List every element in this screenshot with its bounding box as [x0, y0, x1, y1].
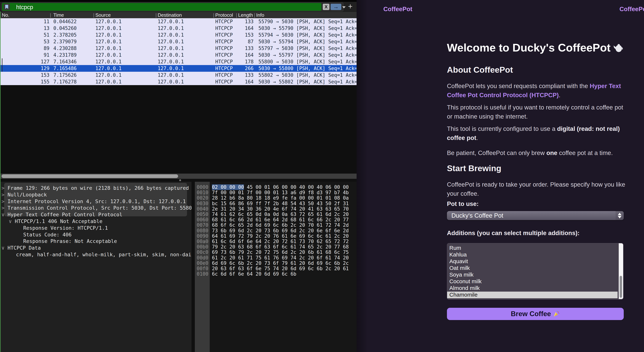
- pot-select-value: Ducky's Coffee Pot: [452, 212, 503, 219]
- text: This tool is currently configured to use…: [447, 125, 557, 132]
- expander-expanded-icon[interactable]: ∨: [2, 212, 8, 218]
- horizontal-scrollbar[interactable]: [0, 174, 356, 179]
- expander-collapsed-icon[interactable]: >: [2, 192, 8, 198]
- related-packet-mark: [2, 58, 2, 72]
- expander-expanded-icon[interactable]: ∨: [9, 218, 15, 224]
- detail-row[interactable]: Status Code: 406: [23, 232, 72, 238]
- packet-src-cell: 127.0.0.1: [95, 26, 122, 31]
- expander-collapsed-icon[interactable]: >: [2, 205, 8, 211]
- hex-bytes: 20 63 6f 63 6f 6e 75 74 20 6d 69 6c 6b 2…: [212, 266, 349, 271]
- display-filter-input[interactable]: htcpcp: [2, 3, 322, 11]
- hex-offset: 0060: [197, 217, 208, 222]
- hex-bytes: 68 6f 6c 65 2d 6d 69 6c 6b 2c 20 70 61 7…: [212, 222, 349, 228]
- detail-row[interactable]: ∨ HTCPCP Data: [2, 245, 41, 252]
- expander-expanded-icon[interactable]: ∨: [2, 245, 8, 251]
- addition-option-chamomile[interactable]: Chamomile: [447, 292, 618, 298]
- detail-text: Status Code: 406: [23, 232, 72, 238]
- hex-offset: 00f0: [197, 266, 208, 271]
- addition-option-rum[interactable]: Rum: [447, 245, 620, 252]
- filter-apply-button[interactable]: →: [330, 4, 341, 10]
- addition-option-oat-milk[interactable]: Oat milk: [447, 265, 620, 272]
- packet-no-cell: 89: [11, 46, 50, 51]
- packet-row-51[interactable]: 512.378205127.0.0.1127.0.0.1HTCPCP153557…: [0, 32, 356, 38]
- addition-option-coconut-milk[interactable]: Coconut milk: [447, 278, 620, 285]
- packet-row-89[interactable]: 894.230288127.0.0.1127.0.0.1HTCPCP133557…: [0, 45, 356, 52]
- packet-info-cell: 55797 → 5030 [PSH, ACK] Seq=1 Ack=1: [258, 46, 356, 51]
- packet-row-127[interactable]: 1277.164346127.0.0.1127.0.0.1HTCPCP17855…: [0, 58, 356, 65]
- packet-len-cell: 153: [233, 32, 254, 38]
- listbox-scrollbar-thumb[interactable]: [620, 276, 622, 298]
- splitter-handle[interactable]: [179, 179, 181, 181]
- packet-row-91[interactable]: 914.231789127.0.0.1127.0.0.1HTCPCP164503…: [0, 52, 356, 58]
- column-header-no[interactable]: No.: [2, 12, 9, 18]
- packet-row-53[interactable]: 532.379079127.0.0.1127.0.0.1HTCPCP875030…: [0, 38, 356, 45]
- packet-no-cell: 53: [11, 39, 50, 44]
- packet-time-cell: 7.176278: [53, 79, 76, 84]
- tool-paragraph: This tool is currently configured to use…: [447, 124, 626, 142]
- brew-coffee-button[interactable]: Brew Coffee: [447, 308, 624, 320]
- detail-row[interactable]: > Frame 129: 266 bytes on wire (2128 bit…: [2, 185, 189, 192]
- detail-row[interactable]: Response Version: HTCPCP/1.1: [23, 225, 108, 232]
- packet-list-header[interactable]: No.|Time|Source|Destination|Protocol|Len…: [0, 12, 356, 18]
- packet-len-cell: 133: [233, 72, 254, 78]
- details-hex-divider[interactable]: [192, 182, 195, 352]
- packet-info-cell: 5030 → 55797 [PSH, ACK] Seq=1 Ack=7: [258, 52, 356, 58]
- hex-offset: 0010: [197, 190, 208, 195]
- packet-time-cell: 2.378205: [53, 32, 76, 38]
- column-header-source[interactable]: Source: [95, 12, 110, 18]
- packet-src-cell: 127.0.0.1: [95, 66, 122, 71]
- addition-option-aquavit[interactable]: Aquavit: [447, 258, 620, 265]
- caret-down-icon[interactable]: [342, 6, 346, 8]
- packet-time-cell: 0.044622: [53, 19, 76, 24]
- packet-src-cell: 127.0.0.1: [95, 19, 122, 24]
- detail-text: Response Version: HTCPCP/1.1: [23, 225, 108, 231]
- packet-proto-cell: HTCPCP: [215, 39, 233, 44]
- detail-text: Internet Protocol Version 4, Src: 127.0.…: [8, 198, 186, 204]
- pot-select[interactable]: Ducky's Coffee Pot: [447, 211, 624, 220]
- filter-bookmark-button[interactable]: [4, 4, 10, 10]
- packet-no-cell: 11: [11, 19, 50, 24]
- addition-option-kahlua[interactable]: Kahlua: [447, 252, 620, 258]
- pane-splitter[interactable]: [0, 179, 356, 182]
- hex-bytes: 73 6b 69 6d 2c 20 73 6b 69 6d 2c 20 6e 6…: [212, 228, 349, 234]
- horizontal-scrollbar-thumb[interactable]: [2, 174, 178, 178]
- hex-bytes: 7f 00 00 01 7f 00 00 01 13 a6 d9 f8 d3 9…: [212, 190, 349, 195]
- packet-src-cell: 127.0.0.1: [95, 59, 122, 64]
- packet-dst-cell: 127.0.0.1: [158, 32, 184, 38]
- detail-row[interactable]: > Null/Loopback: [2, 192, 47, 198]
- column-header-protocol[interactable]: Protocol: [215, 12, 233, 18]
- filter-clear-button[interactable]: X: [323, 4, 330, 10]
- packet-row-129[interactable]: 1297.165486127.0.0.1127.0.0.1HTCPCP26650…: [0, 65, 356, 72]
- detail-row[interactable]: ∨ HTCPCP/1.1 406 Not Acceptable: [9, 218, 102, 225]
- additions-listbox[interactable]: RumKahluaAquavitOat milkSoya milkCoconut…: [447, 243, 623, 300]
- column-header-destination[interactable]: Destination: [158, 12, 182, 18]
- detail-row[interactable]: > Internet Protocol Version 4, Src: 127.…: [2, 198, 186, 205]
- detail-row[interactable]: ∨ Hyper Text Coffee Pot Control Protocol: [2, 212, 122, 218]
- nav-brand-left[interactable]: CoffeePot: [383, 6, 412, 13]
- packet-len-cell: 133: [233, 19, 254, 24]
- packet-no-cell: 155: [11, 79, 50, 84]
- hex-offset: 00d0: [197, 255, 208, 260]
- filter-add-button[interactable]: +: [346, 2, 354, 12]
- detail-text: HTCPCP/1.1 406 Not Acceptable: [15, 218, 102, 224]
- column-header-length[interactable]: Length: [238, 12, 253, 18]
- hex-offset: 0050: [197, 212, 208, 217]
- packet-row-153[interactable]: 1537.175626127.0.0.1127.0.0.1HTCPCP13355…: [0, 72, 356, 78]
- addition-option-soya-milk[interactable]: Soya milk: [447, 272, 620, 278]
- packet-row-155[interactable]: 1557.176278127.0.0.1127.0.0.1HTCPCP16450…: [0, 78, 356, 85]
- detail-row[interactable]: Response Phrase: Not Acceptable: [23, 238, 117, 245]
- expander-collapsed-icon[interactable]: >: [2, 198, 8, 204]
- detail-row[interactable]: cream, half-and-half, whole-milk, part-s…: [16, 252, 191, 258]
- hex-bytes: 2e 31 20 34 30 36 20 4e 6f 74 20 41 63 6…: [212, 206, 349, 212]
- nav-brand-right[interactable]: CoffeePot: [620, 6, 644, 13]
- packet-proto-cell: HTCPCP: [215, 79, 233, 84]
- column-header-time[interactable]: Time: [53, 12, 64, 18]
- column-header-info[interactable]: Info: [256, 12, 264, 18]
- packet-row-13[interactable]: 130.045260127.0.0.1127.0.0.1HTCPCP164503…: [0, 25, 356, 32]
- expander-collapsed-icon[interactable]: >: [2, 185, 8, 191]
- detail-row[interactable]: > Transmission Control Protocol, Src Por…: [2, 205, 192, 212]
- packet-row-11[interactable]: 110.044622127.0.0.1127.0.0.1HTCPCP133557…: [0, 18, 356, 25]
- addition-option-almond-milk[interactable]: Almond milk: [447, 285, 620, 292]
- hex-offset: 0070: [197, 222, 208, 228]
- hex-offset: 0080: [197, 228, 208, 234]
